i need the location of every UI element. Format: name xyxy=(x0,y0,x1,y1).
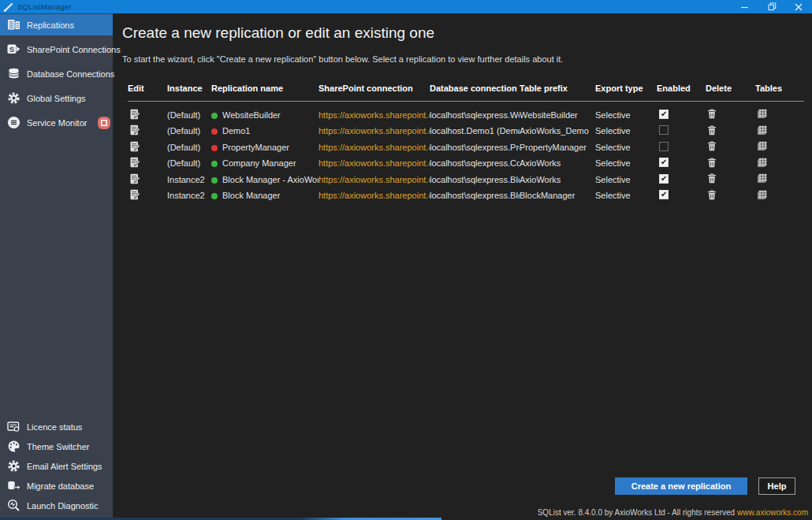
help-button[interactable]: Help xyxy=(758,477,795,495)
table-row[interactable]: Instance2 Block Manager https://axiowork… xyxy=(128,188,804,204)
enabled-checkbox[interactable] xyxy=(659,110,669,119)
enabled-checkbox[interactable] xyxy=(659,158,669,167)
sharepoint-link[interactable]: https://axioworks.sharepoint.cc xyxy=(318,143,430,152)
sidebar-item-label: SharePoint Connections xyxy=(27,45,121,54)
sharepoint-icon: S xyxy=(7,43,20,56)
delete-icon[interactable] xyxy=(707,190,717,200)
tables-icon[interactable] xyxy=(757,125,767,136)
sidebar-item-replications[interactable]: Replications xyxy=(0,14,113,35)
table-row[interactable]: (Default) Company Manager https://axiowo… xyxy=(128,155,804,172)
status-dot xyxy=(211,113,218,119)
table-row[interactable]: (Default) WebsiteBuilder https://axiowor… xyxy=(128,107,804,124)
enabled-checkbox[interactable] xyxy=(659,174,669,184)
column-header-instance: Instance xyxy=(167,82,211,102)
edit-icon[interactable] xyxy=(129,109,140,120)
sidebar-item-label: Launch Diagnostic xyxy=(27,501,99,511)
footer: SQList ver. 8.4.0.0 by AxioWorks Ltd - A… xyxy=(538,508,808,517)
app-icon xyxy=(2,2,13,13)
sidebar-item-global-settings[interactable]: Global Settings xyxy=(0,87,113,109)
export-cell: Selective xyxy=(595,107,657,124)
replication-name: PropertyManager xyxy=(222,143,289,152)
export-cell: Selective xyxy=(595,172,657,188)
create-new-replication-button[interactable]: Create a new replication xyxy=(615,477,747,495)
column-header-sharepoint-connection: SharePoint connection xyxy=(318,82,430,102)
licence-icon xyxy=(7,420,20,433)
database-cell: localhost\sqlexpress.Prc xyxy=(430,139,520,156)
table-row[interactable]: (Default) PropertyManager https://axiowo… xyxy=(128,139,804,156)
sidebar-item-email-alert-settings[interactable]: Email Alert Settings xyxy=(0,456,113,476)
delete-icon[interactable] xyxy=(707,158,717,168)
enabled-checkbox[interactable] xyxy=(659,190,669,199)
tables-icon[interactable] xyxy=(757,158,767,168)
sharepoint-link[interactable]: https://axioworks.sharepoint.cc xyxy=(318,126,430,136)
column-header-enabled: Enabled xyxy=(657,82,706,102)
window-title: SQListManager xyxy=(17,2,72,11)
diagnostic-icon xyxy=(7,499,20,512)
sidebar-item-database-connections[interactable]: Database Connections xyxy=(0,63,113,84)
database-cell: localhost\sqlexpress.Blc xyxy=(430,172,520,188)
table-row[interactable]: Instance2 Block Manager - AxioWork https… xyxy=(128,172,804,188)
delete-icon[interactable] xyxy=(707,173,717,184)
edit-icon[interactable] xyxy=(129,141,140,152)
status-dot xyxy=(211,128,218,135)
sharepoint-link[interactable]: https://axioworks.sharepoint.cc xyxy=(318,175,430,184)
sidebar-item-label: Database Connections xyxy=(27,69,114,79)
export-cell: Selective xyxy=(595,188,657,204)
svg-text:S: S xyxy=(9,45,14,54)
instance-cell: Instance2 xyxy=(167,188,211,204)
enabled-checkbox[interactable] xyxy=(659,125,669,135)
enabled-checkbox[interactable] xyxy=(659,142,669,151)
sidebar-item-migrate-database[interactable]: Migrate database xyxy=(0,476,113,496)
edit-icon[interactable] xyxy=(129,189,140,200)
tables-icon[interactable] xyxy=(757,173,767,184)
minimize-button[interactable] xyxy=(732,0,758,13)
instance-cell: (Default) xyxy=(167,155,211,172)
delete-icon[interactable] xyxy=(707,141,717,151)
status-dot xyxy=(211,177,218,184)
database-icon xyxy=(7,67,20,80)
sidebar-item-sharepoint-connections[interactable]: S SharePoint Connections xyxy=(0,39,113,60)
edit-icon[interactable] xyxy=(129,173,140,184)
palette-icon xyxy=(7,440,20,453)
edit-icon[interactable] xyxy=(129,157,140,168)
gear-icon xyxy=(7,459,20,473)
export-cell: Selective xyxy=(595,139,657,156)
page-title: Create a new replication or edit an exis… xyxy=(122,24,812,42)
sidebar-item-label: Migrate database xyxy=(27,481,94,491)
footer-text: SQList ver. 8.4.0.0 by AxioWorks Ltd - A… xyxy=(538,508,735,517)
delete-icon[interactable] xyxy=(707,109,717,119)
tables-icon[interactable] xyxy=(757,190,767,200)
database-cell: localhost\sqlexpress.Blc xyxy=(430,188,520,204)
replication-name: Block Manager xyxy=(222,191,280,200)
prefix-cell: WebsiteBuilder xyxy=(520,107,595,124)
sidebar-item-theme-switcher[interactable]: Theme Switcher xyxy=(0,436,113,456)
tables-icon[interactable] xyxy=(757,141,767,151)
edit-icon[interactable] xyxy=(129,124,140,136)
sidebar-item-licence-status[interactable]: Licence status xyxy=(0,417,113,436)
column-header-delete: Delete xyxy=(706,82,755,102)
database-cell: localhost\sqlexpress.Co xyxy=(430,155,520,172)
sidebar-item-launch-diagnostic[interactable]: Launch Diagnostic xyxy=(0,496,113,515)
export-cell: Selective xyxy=(595,155,657,172)
action-buttons: Create a new replication Help xyxy=(615,477,795,495)
delete-icon[interactable] xyxy=(707,125,717,136)
prefix-cell: AxioWorks xyxy=(520,155,595,172)
main-content: Create a new replication or edit an exis… xyxy=(113,13,812,520)
sidebar-item-service-monitor[interactable]: Service Monitor xyxy=(0,112,113,133)
status-dot xyxy=(211,145,218,151)
sharepoint-link[interactable]: https://axioworks.sharepoint.cc xyxy=(318,191,430,200)
sharepoint-link[interactable]: https://axioworks.sharepoint.cc xyxy=(318,110,430,120)
tables-icon[interactable] xyxy=(757,109,767,119)
replications-table: Edit Instance Replication name SharePoin… xyxy=(128,82,804,204)
table-row[interactable]: (Default) Demo1 https://axioworks.sharep… xyxy=(128,123,804,139)
sidebar-item-label: Theme Switcher xyxy=(27,442,89,451)
service-monitor-icon xyxy=(7,116,20,129)
prefix-cell: BlockManager xyxy=(520,188,595,204)
replication-name: Company Manager xyxy=(222,158,296,168)
sidebar-top-nav: Replications S SharePoint Connections Da… xyxy=(0,14,113,136)
close-button[interactable] xyxy=(785,0,812,13)
footer-link[interactable]: www.axioworks.com xyxy=(737,508,808,517)
sharepoint-link[interactable]: https://axioworks.sharepoint.cc xyxy=(318,158,430,168)
replication-name: Demo1 xyxy=(222,126,250,136)
restore-button[interactable] xyxy=(758,0,785,13)
